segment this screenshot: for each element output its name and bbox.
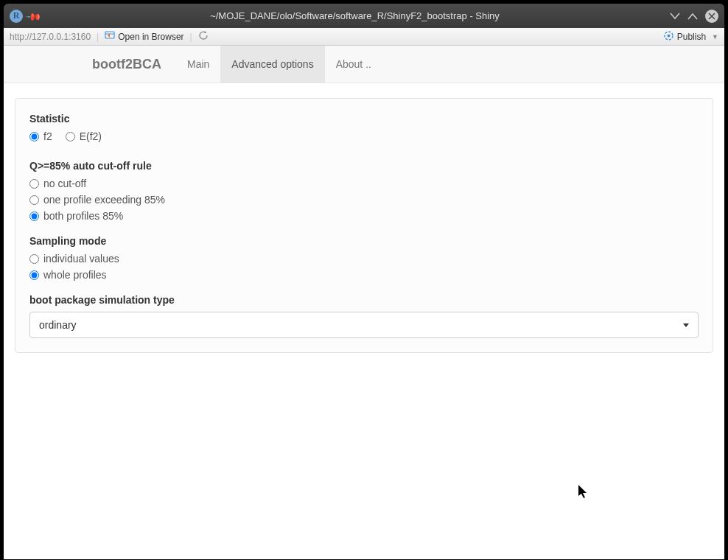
simtype-label: boot package simulation type <box>29 294 699 306</box>
radio-f2-input[interactable] <box>29 132 39 141</box>
publish-label: Publish <box>677 32 706 42</box>
maximize-icon[interactable] <box>687 10 698 22</box>
minimize-icon[interactable] <box>670 10 680 22</box>
caret-down-icon <box>683 323 689 327</box>
open-in-browser-label: Open in Browser <box>118 32 183 42</box>
radio-no-cutoff[interactable]: no cut-off <box>29 178 699 189</box>
publish-button[interactable]: Publish ▼ <box>663 30 718 43</box>
simtype-selected-value: ordinary <box>39 319 77 331</box>
radio-one-profile-input[interactable] <box>29 195 39 205</box>
svg-point-3 <box>667 34 670 37</box>
rstudio-toolbar: http://127.0.0.1:3160 | Open in Browser … <box>4 28 724 46</box>
tab-advanced-options[interactable]: Advanced options <box>220 46 324 83</box>
window-titlebar: R 📌 ~/MOJE_DANE/olo/Software/software_R/… <box>4 4 724 28</box>
tab-about[interactable]: About .. <box>325 46 382 83</box>
refresh-icon[interactable] <box>198 30 209 43</box>
radio-whole-profiles-input[interactable] <box>29 270 39 280</box>
advanced-options-panel: Statistic f2 E(f2) Q>=85% auto cut-off r… <box>15 98 713 353</box>
radio-both-profiles-input[interactable] <box>29 211 39 221</box>
statistic-label: Statistic <box>29 113 699 125</box>
radio-no-cutoff-input[interactable] <box>29 179 39 189</box>
caret-down-icon: ▼ <box>712 33 718 41</box>
open-in-browser-button[interactable]: Open in Browser <box>105 30 183 43</box>
cutoff-label: Q>=85% auto cut-off rule <box>29 160 699 172</box>
radio-ef2[interactable]: E(f2) <box>66 130 102 142</box>
publish-icon <box>663 30 674 43</box>
radio-f2[interactable]: f2 <box>29 130 52 142</box>
radio-individual-values-input[interactable] <box>29 254 39 264</box>
radio-whole-profiles[interactable]: whole profiles <box>29 269 699 281</box>
radio-individual-values[interactable]: individual values <box>29 253 699 265</box>
close-icon[interactable] <box>705 10 718 23</box>
app-navbar: bootf2BCA Main Advanced options About .. <box>4 46 724 83</box>
radio-both-profiles[interactable]: both profiles 85% <box>29 210 699 222</box>
sampling-label: Sampling mode <box>29 235 699 247</box>
tab-main[interactable]: Main <box>176 46 220 83</box>
app-icon: R <box>10 10 23 23</box>
url-display: http://127.0.0.1:3160 <box>10 32 91 42</box>
radio-ef2-input[interactable] <box>66 132 75 141</box>
simtype-select[interactable]: ordinary <box>29 312 699 338</box>
browser-icon <box>105 30 115 43</box>
radio-one-profile[interactable]: one profile exceeding 85% <box>29 194 699 206</box>
navbar-brand: bootf2BCA <box>92 57 176 72</box>
window-title: ~/MOJE_DANE/olo/Software/software_R/Shin… <box>40 10 670 21</box>
